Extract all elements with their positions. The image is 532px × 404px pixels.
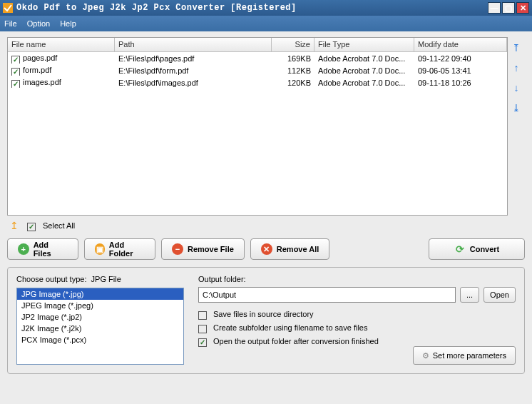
cell-date: 09-11-22 09:40 (414, 54, 507, 64)
col-size[interactable]: Size (272, 38, 314, 51)
open-after-label: Open the output folder after conversion … (213, 337, 379, 345)
subfolder-checkbox[interactable] (198, 325, 207, 333)
cell-name: images.pdf (23, 78, 61, 86)
list-item[interactable]: J2K Image (*.j2k) (17, 323, 183, 334)
x-icon: ✕ (261, 243, 272, 255)
up-folder-icon[interactable]: ↥ (10, 220, 19, 231)
close-button[interactable]: ✕ (516, 2, 529, 14)
remove-file-label: Remove File (188, 245, 234, 253)
move-up-icon[interactable]: ↑ (510, 61, 523, 74)
open-after-checkbox[interactable] (198, 338, 207, 347)
cell-date: 09-06-05 13:41 (414, 66, 507, 76)
output-folder-label: Output folder: (198, 275, 516, 283)
row-checkbox[interactable] (11, 56, 20, 64)
convert-button[interactable]: ⟳Convert (429, 238, 525, 260)
col-modifydate[interactable]: Modify date (414, 38, 507, 51)
col-path[interactable]: Path (115, 38, 272, 51)
minimize-button[interactable]: — (488, 2, 501, 14)
col-filename[interactable]: File name (8, 38, 115, 51)
cell-name: form.pdf (23, 66, 51, 74)
minus-icon: − (172, 243, 183, 255)
remove-file-button[interactable]: −Remove File (161, 238, 245, 260)
output-type-label: Choose output type: JPG File (16, 275, 184, 283)
add-files-label: Add Files (34, 241, 68, 258)
row-checkbox[interactable] (11, 80, 20, 88)
move-top-icon[interactable]: ⤒ (510, 41, 523, 54)
cell-size: 112KB (272, 66, 314, 76)
cell-path: E:\Files\pdf\pages.pdf (115, 54, 272, 64)
cell-size: 120KB (272, 78, 314, 88)
menu-file[interactable]: File (4, 19, 17, 28)
list-item[interactable]: JP2 Image (*.jp2) (17, 311, 183, 323)
title-bar: Okdo Pdf to Jpeg J2k Jp2 Pcx Converter [… (0, 0, 532, 16)
table-row[interactable]: pages.pdf E:\Files\pdf\pages.pdf 169KB A… (8, 52, 507, 64)
table-row[interactable]: images.pdf E:\Files\pdf\images.pdf 120KB… (8, 76, 507, 89)
set-more-label: Set more parameters (433, 351, 506, 360)
list-item[interactable]: PCX Image (*.pcx) (17, 334, 183, 345)
save-source-label: Save files in source directory (213, 310, 314, 318)
menu-help[interactable]: Help (60, 19, 76, 28)
folder-icon: ▣ (95, 243, 105, 255)
browse-button[interactable]: ... (460, 287, 479, 303)
set-more-parameters-button[interactable]: ⚙Set more parameters (413, 346, 516, 365)
output-folder-input[interactable] (198, 287, 456, 303)
add-files-button[interactable]: +Add Files (7, 238, 78, 260)
add-folder-label: Add Folder (109, 241, 145, 258)
cell-size: 169KB (272, 54, 314, 64)
move-bottom-icon[interactable]: ⤓ (510, 101, 523, 114)
convert-label: Convert (470, 245, 500, 253)
remove-all-label: Remove All (277, 245, 319, 253)
gear-icon: ⚙ (422, 351, 429, 360)
options-panel: Choose output type: JPG File JPG Image (… (7, 267, 525, 374)
menu-option[interactable]: Option (27, 19, 50, 28)
save-source-checkbox[interactable] (198, 311, 207, 320)
menu-bar: File Option Help (0, 16, 532, 31)
cell-path: E:\Files\pdf\images.pdf (115, 78, 272, 88)
reorder-buttons: ⤒ ↑ ↓ ⤓ (508, 37, 525, 216)
app-icon (3, 3, 13, 13)
window-title: Okdo Pdf to Jpeg J2k Jp2 Pcx Converter [… (16, 3, 486, 13)
cell-type: Adobe Acrobat 7.0 Doc... (314, 78, 414, 88)
table-row[interactable]: form.pdf E:\Files\pdf\form.pdf 112KB Ado… (8, 64, 507, 76)
output-type-listbox[interactable]: JPG Image (*.jpg) JPEG Image (*.jpeg) JP… (16, 288, 184, 365)
remove-all-button[interactable]: ✕Remove All (250, 238, 330, 260)
open-button[interactable]: Open (484, 287, 516, 303)
cell-type: Adobe Acrobat 7.0 Doc... (314, 66, 414, 76)
file-list-body: pages.pdf E:\Files\pdf\pages.pdf 169KB A… (8, 52, 507, 89)
plus-icon: + (18, 243, 29, 255)
select-all-label: Select All (43, 221, 75, 230)
move-down-icon[interactable]: ↓ (510, 81, 523, 94)
row-checkbox[interactable] (11, 68, 20, 76)
col-filetype[interactable]: File Type (314, 38, 414, 51)
maximize-button[interactable]: ▢ (502, 2, 515, 14)
list-item[interactable]: JPEG Image (*.jpeg) (17, 300, 183, 311)
file-list-header: File name Path Size File Type Modify dat… (8, 38, 507, 52)
convert-icon: ⟳ (454, 243, 466, 255)
cell-name: pages.pdf (23, 54, 57, 62)
add-folder-button[interactable]: ▣Add Folder (84, 238, 155, 260)
cell-type: Adobe Acrobat 7.0 Doc... (314, 54, 414, 64)
subfolder-label: Create subfolder using filename to save … (213, 323, 367, 332)
list-item[interactable]: JPG Image (*.jpg) (17, 288, 183, 300)
file-list[interactable]: File name Path Size File Type Modify dat… (7, 37, 508, 216)
select-all-checkbox[interactable] (27, 223, 36, 231)
cell-date: 09-11-18 10:26 (414, 78, 507, 88)
cell-path: E:\Files\pdf\form.pdf (115, 66, 272, 76)
